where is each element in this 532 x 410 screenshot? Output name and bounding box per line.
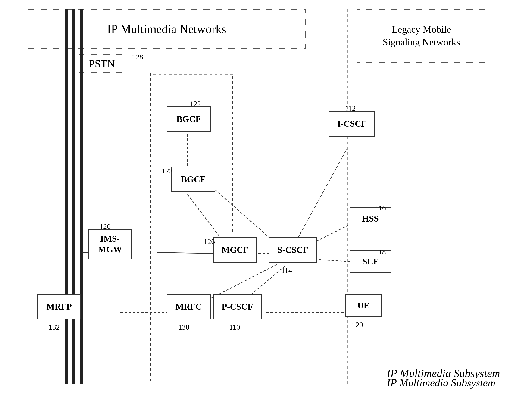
mrfc-box: MRFC — [167, 294, 211, 319]
mgcf-box: MGCF — [213, 237, 257, 263]
hss-ref: 116 — [375, 204, 386, 212]
bgcf2-label: BGCF — [181, 174, 206, 185]
scscf-box: S-CSCF — [268, 237, 317, 263]
icscf-ref: 112 — [345, 104, 356, 113]
pstn-ref: 128 — [132, 53, 143, 61]
mgcf-label: MGCF — [222, 245, 248, 255]
ip-networks-label: IP Multimedia Networks — [107, 22, 226, 36]
mrfc-ref: 130 — [178, 323, 189, 332]
legacy-networks-label: Legacy MobileSignaling Networks — [363, 23, 479, 48]
scscf-label: S-CSCF — [277, 245, 308, 255]
ue-ref: 120 — [352, 321, 363, 329]
pcscf-box: P-CSCF — [213, 294, 262, 319]
bgcf1-box: BGCF — [167, 106, 211, 132]
pcscf-label: P-CSCF — [222, 301, 253, 312]
mrfp-ref: 132 — [49, 323, 60, 332]
mrfp-box: MRFP — [37, 294, 81, 319]
ue-label: UE — [357, 300, 370, 311]
hss-label: HSS — [362, 213, 379, 224]
icscf-label: I-CSCF — [337, 119, 367, 129]
mrfc-label: MRFC — [175, 301, 202, 312]
mrfp-label: MRFP — [46, 301, 72, 312]
ip-networks-box: IP Multimedia Networks — [28, 9, 306, 49]
mgcf-ref: 126 — [204, 237, 215, 246]
bus-line-1 — [65, 9, 68, 384]
diagram-container: IP Multimedia Networks Legacy MobileSign… — [14, 9, 519, 398]
bgcf1-ref: 122 — [190, 100, 201, 108]
pstn-box: PSTN — [79, 54, 125, 73]
ims-subsystem-label-text: IP Multimedia Subsystem — [387, 377, 495, 389]
bgcf2-ref: 122 — [162, 167, 173, 175]
bus-line-3 — [80, 9, 83, 384]
pcscf-ref: 110 — [229, 323, 240, 332]
scscf-ref: 114 — [281, 266, 292, 275]
ue-box: UE — [345, 294, 382, 317]
bgcf2-box: BGCF — [171, 167, 215, 192]
imsmgw-label: IMS- MGW — [98, 234, 122, 255]
slf-ref: 118 — [375, 248, 386, 256]
icscf-box: I-CSCF — [329, 111, 375, 137]
ims-subsystem-box — [14, 51, 500, 384]
pstn-label: PSTN — [89, 58, 115, 70]
imsmgw-box: IMS- MGW — [88, 229, 132, 259]
imsmgw-ref: 126 — [100, 222, 111, 231]
bus-line-2 — [72, 9, 76, 384]
bgcf1-label: BGCF — [176, 114, 201, 124]
slf-label: SLF — [362, 256, 379, 267]
